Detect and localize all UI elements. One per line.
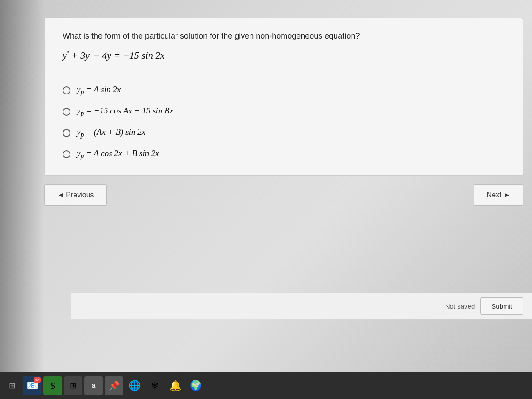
question-text: What is the form of the particular solut…	[63, 31, 505, 41]
option-d: yp = A cos 2x + B sin 2x	[63, 147, 505, 162]
taskbar: ⊞ 📧 98 $ ⊞ a 📌 🌐 ❄ 🔔 🌍	[0, 372, 532, 399]
taskbar-a-icon[interactable]: a	[84, 376, 103, 395]
option-c: yp = (Ax + B) sin 2x	[63, 125, 505, 141]
navigation-bar: ◄ Previous Next ►	[44, 184, 523, 206]
radio-c[interactable]	[63, 129, 70, 137]
options-list: yp = A sin 2x yp = −15 cos Ax − 15 sin B…	[63, 83, 505, 161]
taskbar-snowflake-icon[interactable]: ❄	[145, 376, 164, 395]
bottom-bar: Not saved Submit	[71, 293, 532, 319]
previous-button[interactable]: ◄ Previous	[44, 184, 107, 206]
radio-d[interactable]	[63, 150, 70, 158]
taskbar-start-icon[interactable]: ⊞	[3, 376, 21, 395]
radio-b[interactable]	[63, 108, 70, 116]
option-a: yp = A sin 2x	[63, 83, 505, 98]
option-c-text: yp = (Ax + B) sin 2x	[77, 127, 145, 139]
email-badge: 98	[34, 377, 41, 383]
option-a-text: yp = A sin 2x	[77, 85, 121, 96]
taskbar-grid-icon[interactable]: ⊞	[64, 376, 82, 395]
next-button[interactable]: Next ►	[474, 184, 523, 206]
question-card: What is the form of the particular solut…	[44, 18, 523, 176]
taskbar-chrome-icon[interactable]: 🌍	[186, 376, 205, 395]
taskbar-email-icon[interactable]: 📧 98	[23, 376, 42, 395]
option-d-text: yp = A cos 2x + B sin 2x	[77, 149, 159, 160]
divider	[45, 74, 523, 74]
radio-a[interactable]	[63, 86, 70, 94]
taskbar-files-icon[interactable]: $	[43, 376, 62, 395]
option-b-text: yp = −15 cos Ax − 15 sin Bx	[77, 106, 173, 117]
save-status: Not saved	[445, 302, 475, 310]
taskbar-edge-icon[interactable]: 🌐	[125, 376, 144, 395]
main-equation: y'' + 3y' − 4y = −15 sin 2x	[63, 50, 505, 61]
submit-button[interactable]: Submit	[480, 297, 523, 315]
taskbar-bell-icon[interactable]: 🔔	[166, 376, 184, 395]
option-b: yp = −15 cos Ax − 15 sin Bx	[63, 104, 505, 119]
taskbar-pin-icon[interactable]: 📌	[105, 376, 123, 395]
